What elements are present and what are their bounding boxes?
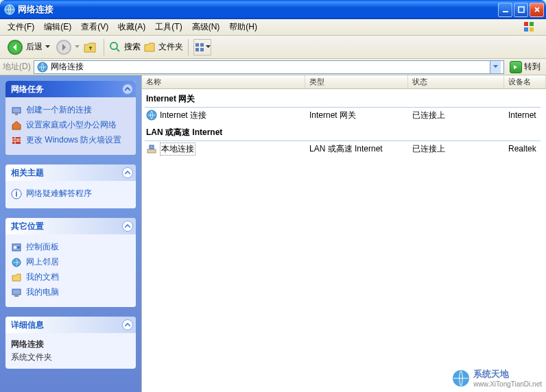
task-label: 我的电脑 <box>26 287 59 298</box>
address-input[interactable]: 网络连接 <box>34 60 504 74</box>
panel-see-also: 相关主题 i 网络疑难解答程序 <box>5 164 136 208</box>
item-name: Internet 连接 <box>160 110 206 121</box>
column-device[interactable]: 设备名 <box>504 75 546 88</box>
collapse-button[interactable] <box>122 167 133 178</box>
column-type[interactable]: 类型 <box>305 75 408 88</box>
menu-edit[interactable]: 编辑(E) <box>39 19 76 35</box>
collapse-button[interactable] <box>122 221 133 232</box>
address-dropdown[interactable] <box>490 61 501 73</box>
collapse-button[interactable] <box>122 319 133 330</box>
collapse-button[interactable] <box>122 84 133 95</box>
menu-advanced[interactable]: 高级(N) <box>187 19 225 35</box>
connection-item-internet[interactable]: Internet 连接 Internet 网关 已连接上 Internet <box>142 108 546 123</box>
go-label: 转到 <box>524 61 541 73</box>
menu-tools[interactable]: 工具(T) <box>150 19 187 35</box>
chevron-up-icon <box>125 87 130 91</box>
svg-rect-1 <box>503 11 508 12</box>
task-home-network[interactable]: 设置家庭或小型办公网络 <box>11 118 130 133</box>
task-firewall[interactable]: 更改 Windows 防火墙设置 <box>11 133 130 148</box>
svg-rect-15 <box>200 48 204 51</box>
panel-head-network-tasks[interactable]: 网络任务 <box>5 81 136 97</box>
column-header-row: 名称 类型 状态 设备名 <box>142 75 546 89</box>
menu-view[interactable]: 查看(V) <box>76 19 113 35</box>
folders-icon <box>143 41 156 53</box>
folders-button[interactable]: 文件夹 <box>143 41 183 53</box>
xp-flag-icon <box>523 21 545 34</box>
svg-point-24 <box>17 246 20 249</box>
menu-file[interactable]: 文件(F) <box>3 19 39 35</box>
place-control-panel[interactable]: 控制面板 <box>11 240 130 255</box>
details-body: 网络连接 系统文件夹 <box>5 333 136 369</box>
panel-head-see-also[interactable]: 相关主题 <box>5 164 136 181</box>
svg-rect-26 <box>12 289 21 295</box>
place-my-documents[interactable]: 我的文档 <box>11 270 130 285</box>
documents-icon <box>11 272 22 283</box>
lan-icon <box>146 143 157 154</box>
back-button[interactable]: 后退 <box>4 38 53 57</box>
panel-head-details[interactable]: 详细信息 <box>5 317 136 333</box>
svg-point-23 <box>14 246 16 249</box>
column-status[interactable]: 状态 <box>408 75 504 88</box>
toolbar: 后退 搜索 文件夹 <box>0 36 546 59</box>
panel-head-other-places[interactable]: 其它位置 <box>5 218 136 234</box>
task-troubleshoot[interactable]: i 网络疑难解答程序 <box>11 186 130 201</box>
go-button[interactable]: 转到 <box>507 60 543 74</box>
search-button[interactable]: 搜索 <box>109 41 141 53</box>
menubar: 文件(F) 编辑(E) 查看(V) 收藏(A) 工具(T) 高级(N) 帮助(H… <box>0 19 546 36</box>
search-icon <box>109 41 121 53</box>
svg-text:i: i <box>15 189 17 199</box>
details-sub: 系统文件夹 <box>11 352 130 363</box>
item-type: Internet 网关 <box>305 110 408 121</box>
maximize-icon <box>518 6 525 13</box>
column-name[interactable]: 名称 <box>142 75 305 88</box>
view-button[interactable] <box>193 39 211 56</box>
task-label: 更改 Windows 防火墙设置 <box>26 135 121 146</box>
menu-help[interactable]: 帮助(H) <box>224 19 262 35</box>
place-my-computer[interactable]: 我的电脑 <box>11 285 130 300</box>
svg-point-11 <box>110 42 117 49</box>
item-device: Realtek <box>504 144 546 154</box>
minimize-button[interactable] <box>498 3 512 17</box>
search-label: 搜索 <box>124 41 141 53</box>
svg-rect-2 <box>519 7 524 12</box>
forward-button[interactable] <box>56 39 72 56</box>
task-label: 创建一个新的连接 <box>26 105 92 116</box>
svg-rect-27 <box>14 295 19 297</box>
menu-favorites[interactable]: 收藏(A) <box>113 19 150 35</box>
network-icon <box>37 62 48 73</box>
group-header-gateway: Internet 网关 <box>142 89 546 108</box>
back-icon <box>7 39 23 56</box>
watermark-url: www.XiTongTianDi.net <box>473 380 542 388</box>
panel-network-tasks: 网络任务 创建一个新的连接 设置家庭或小型办公网络 更改 Windows 防火墙… <box>5 81 136 155</box>
main: 网络任务 创建一个新的连接 设置家庭或小型办公网络 更改 Windows 防火墙… <box>0 75 546 392</box>
svg-rect-30 <box>150 145 154 149</box>
close-button[interactable] <box>530 3 544 17</box>
up-button[interactable] <box>82 39 99 56</box>
control-panel-icon <box>11 242 22 253</box>
task-label: 网络疑难解答程序 <box>26 188 92 199</box>
place-network-places[interactable]: 网上邻居 <box>11 255 130 270</box>
maximize-button[interactable] <box>514 3 528 17</box>
connection-item-local[interactable]: 本地连接 LAN 或高速 Internet 已连接上 Realtek <box>142 141 546 156</box>
home-network-icon <box>11 120 22 131</box>
item-device: Internet <box>504 110 546 120</box>
svg-rect-5 <box>524 27 528 32</box>
address-label: 地址(D) <box>3 61 31 73</box>
task-create-connection[interactable]: 创建一个新的连接 <box>11 103 130 118</box>
chevron-down-icon <box>75 45 80 49</box>
svg-rect-14 <box>195 48 199 51</box>
svg-rect-3 <box>524 22 528 26</box>
svg-rect-12 <box>195 43 199 47</box>
firewall-icon <box>11 135 22 146</box>
watermark: 系统天地 www.XiTongTianDi.net <box>451 368 542 388</box>
chevron-up-icon <box>125 323 130 327</box>
task-label: 设置家庭或小型办公网络 <box>26 120 117 131</box>
svg-rect-6 <box>530 27 534 32</box>
separator <box>104 39 104 56</box>
chevron-down-icon <box>493 65 498 69</box>
sidebar: 网络任务 创建一个新的连接 设置家庭或小型办公网络 更改 Windows 防火墙… <box>0 75 141 392</box>
forward-icon <box>56 39 72 56</box>
help-icon: i <box>11 188 22 199</box>
folder-up-icon <box>83 40 98 55</box>
watermark-icon <box>451 369 471 388</box>
